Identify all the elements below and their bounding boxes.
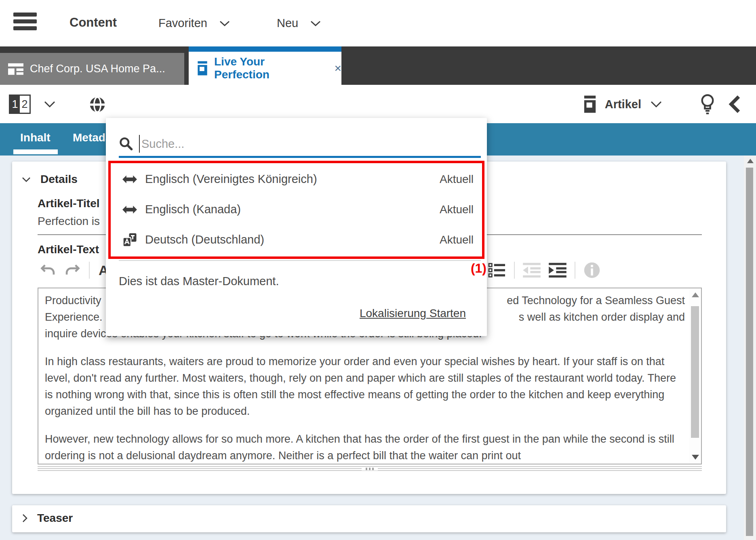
page-layout-icon (8, 63, 23, 76)
globe-icon[interactable] (88, 96, 106, 113)
article-icon (583, 95, 597, 113)
details-section-title: Details (40, 173, 78, 186)
paragraph-1-line-1-right: ed Technology for a Seamless Guest (507, 292, 685, 309)
locale-search-input[interactable] (139, 135, 480, 153)
content-type-selector[interactable]: Artikel (583, 95, 663, 113)
collapse-panel-icon[interactable] (728, 95, 741, 114)
version-badge[interactable]: 1 2 (9, 95, 31, 114)
paragraph-3: However, new technology allows for so mu… (45, 431, 685, 464)
app-title: Content (69, 15, 117, 30)
chevron-down-icon (310, 19, 322, 27)
locale-item-label: Deutsch (Deutschland) (145, 233, 264, 246)
toolbar-separator (514, 262, 515, 279)
details-section-header[interactable]: Details (21, 173, 78, 186)
tab-chef-corp-home-page[interactable]: Chef Corp. USA Home Pa... (0, 53, 184, 85)
locale-dropdown-panel: Englisch (Vereinigtes Königreich) Aktuel… (106, 118, 487, 336)
resize-grip-icon (362, 467, 378, 471)
toolbar-separator (89, 262, 90, 279)
studio-window: Content Favoriten Neu Che (0, 0, 756, 540)
toolbar-separator (575, 262, 575, 279)
document-tab-bar: Chef Corp. USA Home Pa... Live Your Perf… (0, 46, 756, 85)
favorites-menu[interactable]: Favoriten (158, 17, 231, 30)
sync-arrows-icon (122, 204, 137, 215)
chevron-expanded-icon (21, 176, 32, 183)
editor-scrollbar[interactable] (689, 288, 701, 464)
redo-icon[interactable] (65, 263, 80, 277)
locale-item-status: Aktuell (440, 173, 474, 186)
scroll-up-icon[interactable] (692, 292, 699, 297)
chevron-down-icon (649, 99, 663, 109)
locale-item-status: Aktuell (440, 233, 474, 246)
content-type-label: Artikel (605, 98, 641, 111)
bullet-list-icon[interactable] (488, 262, 506, 278)
chevron-down-icon[interactable] (43, 99, 57, 109)
chevron-down-icon (219, 19, 231, 27)
document-toolbar: 1 2 Englisch (Vereinigte Staaten) (0, 85, 756, 123)
paragraph-1-line-2-right: s well as kitchen order display and (519, 309, 685, 326)
page-scrollbar-thumb[interactable] (746, 168, 753, 536)
locale-item-label: Englisch (Kanada) (145, 203, 241, 216)
paragraph-1-line-1-left: Productivity (45, 292, 101, 309)
paragraph-2: In high class restaurants, waiters are p… (45, 353, 685, 420)
tab-label: Chef Corp. USA Home Pa... (30, 63, 165, 75)
paragraph-1-line-2-left: Experience. (45, 309, 103, 326)
locale-item-english-uk[interactable]: Englisch (Vereinigtes Königreich) Aktuel… (122, 164, 474, 194)
tab-inhalt[interactable]: Inhalt (20, 131, 51, 144)
sync-arrows-icon (122, 174, 137, 185)
editor-resize-handle[interactable] (38, 466, 702, 471)
outdent-icon[interactable] (523, 262, 541, 278)
tab-live-your-perfection[interactable]: Live Your Perfection × (189, 46, 341, 85)
page-scrollbar[interactable] (744, 155, 756, 540)
indent-icon[interactable] (549, 262, 566, 278)
start-localization-link[interactable]: Lokalisierung Starten (360, 307, 466, 320)
document-toolbar-right: Artikel (583, 94, 741, 115)
lightbulb-icon[interactable] (699, 94, 716, 115)
teaser-section-card: Teaser (12, 505, 726, 532)
richtext-toolbar-right (488, 260, 600, 280)
new-menu[interactable]: Neu (277, 17, 322, 30)
richtext-toolbar-left: AA (40, 260, 114, 280)
article-icon (197, 61, 208, 76)
article-text-label: Artikel-Text (38, 243, 99, 256)
new-menu-label: Neu (277, 17, 298, 30)
version-digit-right: 2 (20, 96, 29, 113)
locale-search-row (119, 133, 480, 154)
panel-divider (119, 260, 481, 261)
article-title-label: Artikel-Titel (38, 197, 100, 210)
hamburger-menu-icon[interactable] (13, 13, 37, 34)
locale-item-status: Aktuell (440, 203, 474, 216)
info-icon[interactable] (583, 262, 600, 279)
undo-icon[interactable] (40, 263, 56, 277)
active-tab-indicator (13, 149, 58, 154)
tab-label: Live Your Perfection (214, 55, 322, 81)
locale-item-german-germany[interactable]: Deutsch (Deutschland) Aktuell (122, 225, 474, 255)
top-app-bar: Content Favoriten Neu (0, 0, 756, 46)
step-annotation-1: (1) (460, 261, 486, 276)
search-focus-underline (119, 156, 481, 158)
editor-scrollbar-thumb[interactable] (691, 306, 699, 438)
locale-item-label: Englisch (Vereinigtes Königreich) (145, 172, 317, 186)
chevron-collapsed-icon (21, 513, 28, 523)
translate-icon (122, 233, 137, 247)
scroll-down-icon[interactable] (692, 455, 699, 460)
teaser-section-title: Teaser (37, 512, 73, 525)
search-icon (119, 137, 133, 151)
scroll-up-icon[interactable] (747, 159, 754, 163)
close-tab-icon[interactable]: × (334, 62, 341, 74)
favorites-menu-label: Favoriten (158, 17, 207, 30)
teaser-section-header[interactable]: Teaser (21, 512, 73, 525)
master-document-note: Dies ist das Master-Dokument. (119, 275, 279, 288)
version-digit-left: 1 (10, 96, 20, 113)
locale-item-english-canada[interactable]: Englisch (Kanada) Aktuell (122, 194, 474, 225)
